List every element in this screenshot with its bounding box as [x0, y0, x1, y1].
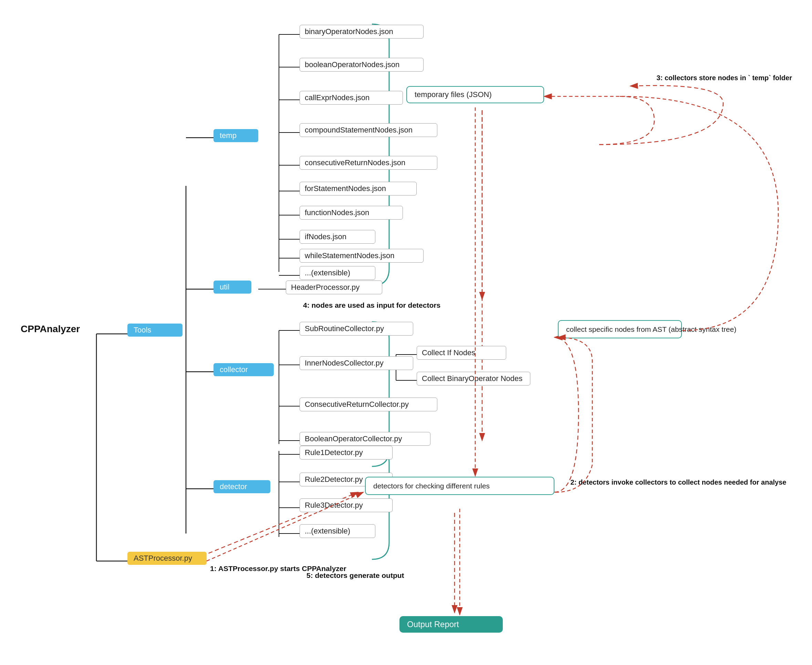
file-compound-statement: compoundStatementNodes.json [300, 123, 437, 137]
annotation-4: 4: nodes are used as input for detectors [303, 301, 492, 310]
file-header-processor: HeaderProcessor.py [286, 280, 382, 294]
file-consecutive-return-collector: ConsecutiveReturnCollector.py [300, 398, 437, 411]
util-node: util [213, 280, 251, 293]
file-call-expr: callExprNodes.json [300, 91, 403, 105]
file-rule1-detector: Rule1Detector.py [300, 446, 392, 460]
file-inner-nodes-collector: InnerNodesCollector.py [300, 356, 413, 370]
tools-node: Tools [127, 324, 182, 337]
collect-binary-nodes: Collect BinaryOperator Nodes [417, 372, 530, 385]
file-while-statement: whileStatementNodes.json [300, 249, 423, 263]
file-extensible-detector: ...(extensible) [300, 524, 376, 538]
file-consecutive-return: consecutiveReturnNodes.json [300, 156, 437, 170]
annotation-2: 2: detectors invoke collectors to collec… [565, 478, 792, 486]
astprocessor-node: ASTProcessor.py [127, 552, 207, 565]
detector-node: detector [213, 480, 270, 493]
annotation-3: 3: collectors store nodes in ` temp` fol… [613, 74, 792, 82]
temp-node: temp [213, 129, 258, 142]
collect-nodes-box: collect specific nodes from AST (abstrac… [558, 320, 682, 338]
file-for-statement: forStatementNodes.json [300, 182, 417, 195]
file-function-nodes: functionNodes.json [300, 206, 403, 219]
output-report-box: Output Report [399, 616, 503, 633]
file-boolean-operator: booleanOperatorNodes.json [300, 58, 423, 72]
file-binary-operator: binaryOperatorNodes.json [300, 25, 423, 39]
detectors-box: detectors for checking different rules [365, 477, 554, 495]
temp-files-box: temporary files (JSON) [406, 86, 544, 103]
annotation-5: 5: detectors generate output [307, 572, 479, 580]
file-if-nodes: ifNodes.json [300, 230, 376, 244]
file-subroutine-collector: SubRoutineCollector.py [300, 322, 413, 336]
collect-if-nodes: Collect If Nodes [417, 346, 506, 360]
file-extensible-temp: ...(extensible) [300, 266, 376, 280]
collector-node: collector [213, 363, 274, 376]
root-node: CPPAnalyzer [21, 324, 110, 334]
file-boolean-operator-collector: BooleanOperatorCollector.py [300, 432, 430, 446]
